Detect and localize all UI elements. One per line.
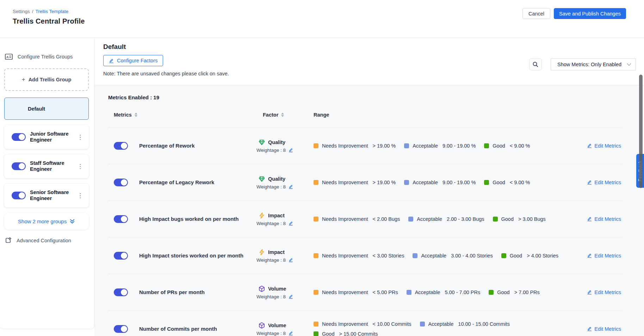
metric-enabled-toggle[interactable] bbox=[114, 142, 128, 150]
sidebar-group-card[interactable]: Staff Software Engineer ⋮ bbox=[4, 154, 89, 178]
volume-cube-icon bbox=[258, 322, 265, 329]
double-chevron-down-icon bbox=[69, 219, 75, 224]
pencil-icon bbox=[109, 58, 114, 63]
group-enabled-toggle[interactable] bbox=[12, 192, 26, 199]
vertical-scrollbar-thumb[interactable] bbox=[639, 75, 643, 188]
metric-enabled-toggle[interactable] bbox=[114, 288, 128, 296]
sidebar-group-card[interactable]: Junior Software Engineer ⋮ bbox=[4, 125, 89, 149]
edit-metrics-label: Edit Metrics bbox=[594, 290, 621, 295]
range-value: 2.00 - 3.00 Bugs bbox=[447, 216, 484, 222]
range-chip: Needs Improvement > 19.00 % bbox=[314, 143, 396, 149]
range-value: 9.00 - 19.00 % bbox=[442, 143, 476, 149]
group-label: Staff Software Engineer bbox=[30, 160, 75, 172]
add-trellis-group-label: Add Trellis Group bbox=[29, 77, 72, 82]
group-enabled-toggle[interactable] bbox=[12, 133, 26, 141]
edit-weightage-pencil-icon[interactable] bbox=[289, 221, 293, 226]
chevron-down-icon bbox=[627, 63, 631, 66]
sort-metrics-button[interactable] bbox=[135, 113, 137, 117]
metric-enabled-toggle[interactable] bbox=[114, 179, 128, 186]
group-label: Senior Software Engineer bbox=[30, 189, 75, 201]
sort-factor-button[interactable] bbox=[281, 113, 284, 117]
edit-metrics-link[interactable]: Edit Metrics bbox=[587, 326, 621, 332]
range-chip: Good > 15.00 Commits bbox=[314, 331, 378, 336]
save-and-publish-button[interactable]: Save and Publish Changes bbox=[554, 8, 626, 19]
sidebar-section-title: Configure Trellis Groups bbox=[18, 54, 73, 60]
range-cell: Needs Improvement < 10.00 Commits Accept… bbox=[308, 321, 561, 336]
trellis-central-profile-page: Settings / Trellis Template Trellis Cent… bbox=[0, 0, 644, 336]
kebab-menu-icon[interactable]: ⋮ bbox=[75, 133, 85, 141]
edit-metrics-pencil-icon bbox=[587, 326, 592, 331]
range-label: Needs Improvement bbox=[322, 321, 368, 327]
range-color-swatch bbox=[408, 217, 413, 222]
svg-text:A: A bbox=[6, 55, 9, 59]
edit-metrics-link[interactable]: Edit Metrics bbox=[587, 143, 621, 149]
weightage-label: Weightage : 8 bbox=[256, 257, 286, 263]
add-trellis-group-button[interactable]: + Add Trellis Group bbox=[4, 68, 89, 91]
search-button[interactable] bbox=[529, 58, 542, 70]
range-color-swatch bbox=[413, 253, 417, 258]
metric-name: High Impact stories worked on per month bbox=[139, 253, 243, 259]
edit-metrics-link[interactable]: Edit Metrics bbox=[587, 180, 621, 185]
plus-icon: + bbox=[22, 76, 25, 83]
factor-name: Volume bbox=[268, 323, 286, 328]
group-enabled-toggle[interactable] bbox=[12, 162, 26, 170]
range-value: < 5.00 PRs bbox=[373, 290, 398, 295]
kebab-menu-icon[interactable]: ⋮ bbox=[75, 192, 85, 199]
range-color-swatch bbox=[493, 217, 498, 222]
range-label: Acceptable bbox=[421, 253, 446, 259]
range-label: Needs Improvement bbox=[322, 143, 368, 149]
quality-gem-icon bbox=[258, 139, 265, 146]
range-chip: Acceptable 9.00 - 19.00 % bbox=[404, 143, 476, 149]
advanced-configuration-link[interactable]: Advanced Configuration bbox=[5, 237, 89, 244]
edit-metrics-link[interactable]: Edit Metrics bbox=[587, 290, 621, 295]
breadcrumb-settings[interactable]: Settings bbox=[13, 9, 30, 14]
kebab-menu-icon[interactable]: ⋮ bbox=[75, 163, 85, 170]
edit-metrics-label: Edit Metrics bbox=[594, 143, 621, 149]
edit-weightage-pencil-icon[interactable] bbox=[289, 184, 293, 189]
breadcrumb-trellis-template[interactable]: Trellis Template bbox=[36, 9, 69, 14]
weightage-label: Weightage : 8 bbox=[256, 331, 286, 336]
default-group-label: Default bbox=[28, 106, 45, 112]
edit-metrics-label: Edit Metrics bbox=[594, 253, 621, 259]
configure-factors-button[interactable]: Configure Factors bbox=[103, 55, 163, 66]
range-color-swatch bbox=[501, 253, 506, 258]
metric-enabled-toggle[interactable] bbox=[114, 215, 128, 223]
range-chip: Needs Improvement < 5.00 PRs bbox=[314, 290, 398, 295]
metrics-table-header: Metrics Factor Range bbox=[108, 102, 621, 127]
range-value: > 15.00 Commits bbox=[339, 331, 378, 336]
show-more-groups-button[interactable]: Show 2 more groups bbox=[4, 213, 89, 230]
range-value: < 9.00 % bbox=[510, 180, 530, 185]
weightage-label: Weightage : 8 bbox=[256, 148, 286, 153]
edit-weightage-pencil-icon[interactable] bbox=[289, 148, 293, 153]
range-cell: Needs Improvement < 3.00 Stories Accepta… bbox=[308, 253, 561, 259]
metrics-table-body: Percentage of Rework Quality Weightage :… bbox=[108, 127, 621, 336]
metric-enabled-toggle[interactable] bbox=[114, 325, 128, 333]
range-chip: Needs Improvement < 10.00 Commits bbox=[314, 321, 411, 327]
sidebar-item-default[interactable]: Default bbox=[4, 98, 89, 120]
volume-cube-icon bbox=[258, 285, 265, 292]
range-label: Good bbox=[501, 216, 514, 222]
edit-metrics-link[interactable]: Edit Metrics bbox=[587, 253, 621, 259]
cancel-button[interactable]: Cancel bbox=[522, 8, 550, 19]
sidebar-group-card[interactable]: Senior Software Engineer ⋮ bbox=[4, 183, 89, 207]
range-color-swatch bbox=[314, 331, 318, 336]
show-metrics-dropdown[interactable]: Show Metrics: Only Enabled bbox=[551, 58, 636, 70]
edit-metrics-label: Edit Metrics bbox=[594, 326, 621, 332]
edit-metrics-pencil-icon bbox=[587, 216, 592, 222]
range-value: > 19.00 % bbox=[373, 180, 396, 185]
range-color-swatch bbox=[314, 180, 318, 185]
edit-metrics-pencil-icon bbox=[587, 253, 592, 258]
main-content: Default Configure Factors Note: There ar… bbox=[94, 38, 644, 336]
metric-row: Percentage of Rework Quality Weightage :… bbox=[108, 127, 621, 164]
edit-weightage-pencil-icon[interactable] bbox=[289, 294, 293, 299]
range-label: Good bbox=[497, 290, 509, 295]
contact-card-icon: A bbox=[5, 54, 13, 60]
edit-weightage-pencil-icon[interactable] bbox=[289, 257, 293, 262]
edit-metrics-link[interactable]: Edit Metrics bbox=[587, 216, 621, 222]
range-label: Good bbox=[493, 180, 505, 185]
column-header-factor: Factor bbox=[248, 112, 308, 118]
metric-enabled-toggle[interactable] bbox=[114, 252, 128, 260]
top-bar: Settings / Trellis Template Trellis Cent… bbox=[0, 0, 644, 38]
weightage-label: Weightage : 8 bbox=[256, 294, 286, 299]
edit-weightage-pencil-icon[interactable] bbox=[289, 331, 293, 336]
